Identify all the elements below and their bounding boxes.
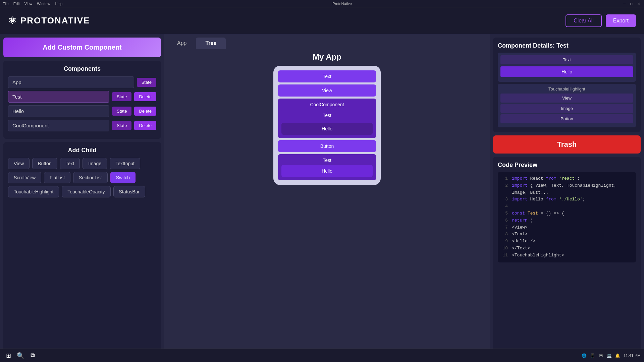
taskbar-right: 🌐 📱 🎮 💻 🔔 11:41 PM [582, 353, 641, 358]
taskbar-time: 11:41 PM [624, 353, 641, 358]
component-item-test: Test State Delete [8, 91, 156, 103]
titlebar-controls[interactable]: ─ □ ✕ [622, 1, 641, 6]
close-button[interactable]: ✕ [637, 1, 641, 6]
child-btn-text[interactable]: Text [60, 158, 80, 169]
coolcomponent-label: CoolComponent [281, 102, 373, 107]
menu-window[interactable]: Window [37, 2, 50, 6]
child-btn-scrollview[interactable]: ScrollView [8, 172, 41, 183]
child-btn-textinput[interactable]: TextInput [110, 158, 140, 169]
titlebar-title: ProtoNative [62, 2, 622, 6]
component-item-app: App State [8, 76, 156, 88]
menu-edit[interactable]: Edit [13, 2, 20, 6]
menu-view[interactable]: View [24, 2, 33, 6]
component-item-coolcomponent: CoolComponent State Delete [8, 120, 156, 131]
main-layout: Add Custom Component Components App Stat… [0, 34, 644, 362]
taskbar-app1-icon[interactable]: 📱 [590, 353, 595, 358]
details-image: Image [500, 104, 633, 113]
header-buttons: Clear All Export [566, 14, 636, 27]
add-child-section: Add Child View Button Text Image TextInp… [3, 142, 161, 359]
component-label-hello[interactable]: Hello [8, 105, 109, 117]
header: ⚛ PROTONATIVE Clear All Export [0, 7, 644, 34]
code-line-9: 9 <Hello /> [501, 238, 633, 245]
components-title: Components [8, 65, 156, 72]
component-label-app[interactable]: App [8, 76, 134, 88]
component-state-test[interactable]: State [112, 92, 131, 101]
component-state-hello[interactable]: State [112, 107, 131, 116]
child-btn-image[interactable]: Image [83, 158, 107, 169]
details-hello-value: Hello [500, 66, 633, 77]
start-icon[interactable]: ⊞ [3, 351, 13, 361]
menu-help[interactable]: Help [55, 2, 62, 6]
center-panel: App Tree My App Text View CoolComponent … [164, 34, 490, 362]
preview-coolcomponent-block[interactable]: CoolComponent Test Hello [278, 99, 376, 138]
taskbar: ⊞ 🔍 ⧉ 🌐 📱 🎮 💻 🔔 11:41 PM [0, 349, 644, 362]
component-state-app[interactable]: State [137, 78, 156, 87]
component-state-coolcomponent[interactable]: State [112, 121, 131, 130]
code-block: 1 import React from 'react'; 2 import { … [498, 172, 636, 262]
export-button[interactable]: Export [606, 14, 636, 27]
preview-button-block[interactable]: Button [278, 140, 376, 152]
details-text-label: Text [500, 55, 633, 64]
add-custom-component-button[interactable]: Add Custom Component [3, 38, 161, 57]
minimize-button[interactable]: ─ [622, 1, 627, 6]
preview-test-nested[interactable]: Test [281, 109, 373, 121]
titlebar-menu: File Edit View Window Help [3, 2, 62, 6]
code-line-1: 1 import React from 'react'; [501, 175, 633, 182]
logo: ⚛ PROTONATIVE [8, 15, 90, 26]
details-touchable-section: TouchableHighlight View Image Button [498, 84, 636, 127]
child-buttons-grid: View Button Text Image TextInput ScrollV… [8, 158, 156, 197]
tabs: App Tree [168, 38, 486, 49]
tab-app[interactable]: App [168, 38, 196, 49]
child-btn-switch[interactable]: Switch [110, 172, 136, 183]
child-btn-touchablehighlight[interactable]: TouchableHighlight [8, 186, 59, 197]
add-child-title: Add Child [8, 147, 156, 154]
taskbar-app3-icon[interactable]: 💻 [607, 353, 612, 358]
child-btn-flatlist[interactable]: FlatList [44, 172, 70, 183]
code-line-8: 8 <Text> [501, 231, 633, 238]
taskbar-app2-icon[interactable]: 🎮 [598, 353, 603, 358]
child-btn-touchableopacity[interactable]: TouchableOpacity [62, 186, 110, 197]
logo-text: PROTONATIVE [20, 15, 90, 26]
taskbar-notification-icon[interactable]: 🔔 [615, 353, 620, 358]
tab-tree[interactable]: Tree [196, 38, 226, 49]
search-icon[interactable]: 🔍 [15, 351, 25, 361]
component-delete-hello[interactable]: Delete [134, 107, 156, 116]
left-panel: Add Custom Component Components App Stat… [0, 34, 164, 362]
code-preview-section: Code Preview 1 import React from 'react'… [493, 157, 641, 359]
details-text-hello: Text Hello [498, 53, 636, 82]
component-details: Component Details: Test Text Hello Touch… [493, 38, 641, 132]
preview-hello-inner[interactable]: Hello [281, 123, 373, 135]
app-preview: My App Text View CoolComponent Test Hell… [168, 52, 486, 359]
phone-frame: Text View CoolComponent Test Hello Butto… [273, 66, 381, 185]
code-line-6: 6 return ( [501, 217, 633, 224]
component-delete-coolcomponent[interactable]: Delete [134, 121, 156, 130]
details-button: Button [500, 114, 633, 123]
details-title: Component Details: Test [498, 42, 636, 49]
child-btn-button[interactable]: Button [32, 158, 57, 169]
trash-button[interactable]: Trash [493, 135, 641, 154]
component-delete-test[interactable]: Delete [134, 92, 156, 101]
details-view: View [500, 94, 633, 103]
code-line-3: 3 import Hello from './Hello'; [501, 196, 633, 203]
maximize-button[interactable]: □ [629, 1, 634, 6]
test-label: Test [281, 158, 373, 163]
child-btn-sectionlist[interactable]: SectionList [73, 172, 107, 183]
code-line-5: 5 const Test = () => { [501, 210, 633, 217]
clear-all-button[interactable]: Clear All [566, 14, 602, 27]
child-btn-view[interactable]: View [8, 158, 30, 169]
preview-hello-block[interactable]: Hello [281, 165, 373, 177]
child-btn-statusbar[interactable]: StatusBar [113, 186, 145, 197]
logo-icon: ⚛ [8, 15, 17, 26]
app-title: My App [313, 52, 341, 62]
preview-text-block[interactable]: Text [278, 70, 376, 82]
code-line-2: 2 import { View, Text, TouchableHighligh… [501, 182, 633, 196]
code-line-10: 10 </Text> [501, 245, 633, 252]
task-view-icon[interactable]: ⧉ [28, 351, 38, 361]
component-label-test[interactable]: Test [8, 91, 109, 103]
preview-test-block[interactable]: Test Hello [278, 154, 376, 180]
taskbar-chrome-icon[interactable]: 🌐 [582, 353, 587, 358]
menu-file[interactable]: File [3, 2, 9, 6]
right-panel: Component Details: Test Text Hello Touch… [490, 34, 644, 362]
component-label-coolcomponent[interactable]: CoolComponent [8, 120, 109, 131]
preview-view-block[interactable]: View [278, 84, 376, 97]
